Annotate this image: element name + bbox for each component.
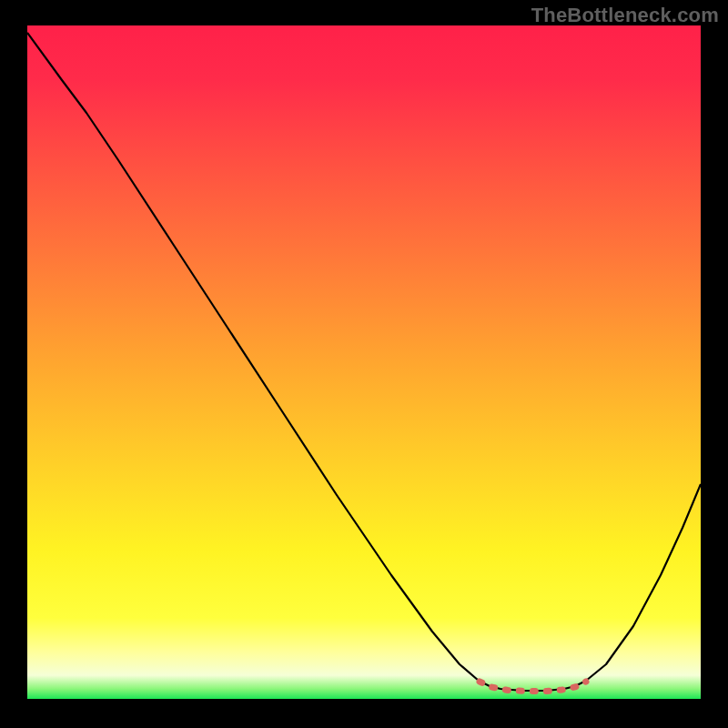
chart-container: TheBottleneck.com — [0, 0, 728, 728]
bottleneck-curve-plot — [27, 25, 701, 699]
watermark-text: TheBottleneck.com — [531, 4, 719, 27]
plot-area — [27, 25, 701, 699]
gradient-background — [27, 25, 701, 699]
